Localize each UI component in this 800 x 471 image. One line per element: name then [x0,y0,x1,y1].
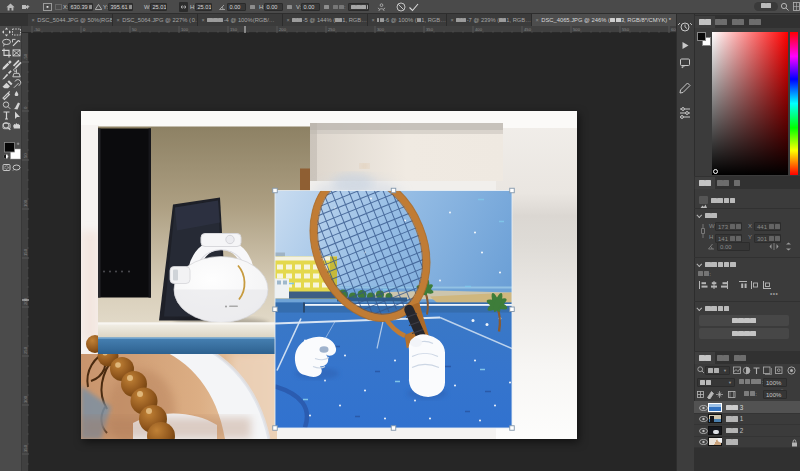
svg-text:500: 500 [573,27,581,32]
svg-text:-50: -50 [34,27,41,32]
svg-text:0: 0 [83,27,86,32]
svg-text:350: 350 [23,444,28,452]
svg-text:-50: -50 [23,53,28,60]
svg-text:400: 400 [475,27,483,32]
svg-text:250: 250 [23,346,28,354]
svg-text:100: 100 [23,199,28,207]
svg-text:0: 0 [23,106,28,109]
svg-text:300: 300 [23,395,28,403]
svg-text:150: 150 [230,27,238,32]
svg-text:200: 200 [23,297,28,305]
svg-text:100: 100 [181,27,189,32]
svg-text:50: 50 [23,153,28,158]
svg-text:150: 150 [23,248,28,256]
svg-text:450: 450 [524,27,532,32]
svg-text:550: 550 [622,27,630,32]
svg-text:350: 350 [426,27,434,32]
svg-text:250: 250 [328,27,336,32]
svg-text:50: 50 [132,27,137,32]
svg-text:300: 300 [377,27,385,32]
svg-text:200: 200 [279,27,287,32]
